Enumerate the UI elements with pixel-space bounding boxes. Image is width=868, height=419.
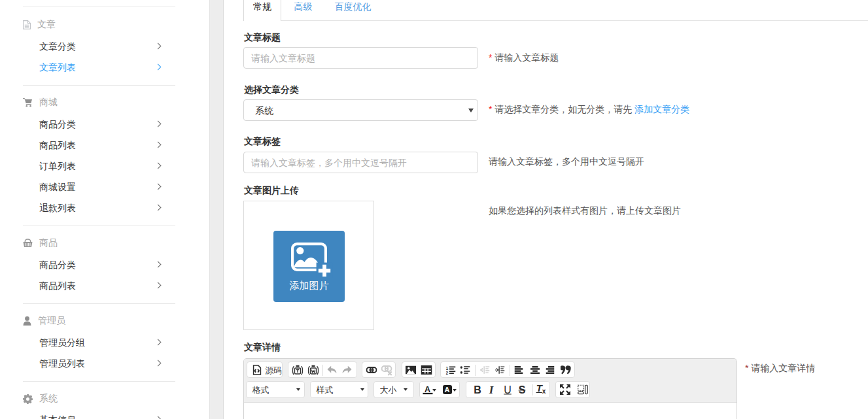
svg-text:A: A bbox=[445, 386, 450, 394]
svg-text:2: 2 bbox=[446, 370, 449, 374]
svg-text:1: 1 bbox=[446, 365, 449, 370]
svg-text:A: A bbox=[425, 384, 430, 394]
